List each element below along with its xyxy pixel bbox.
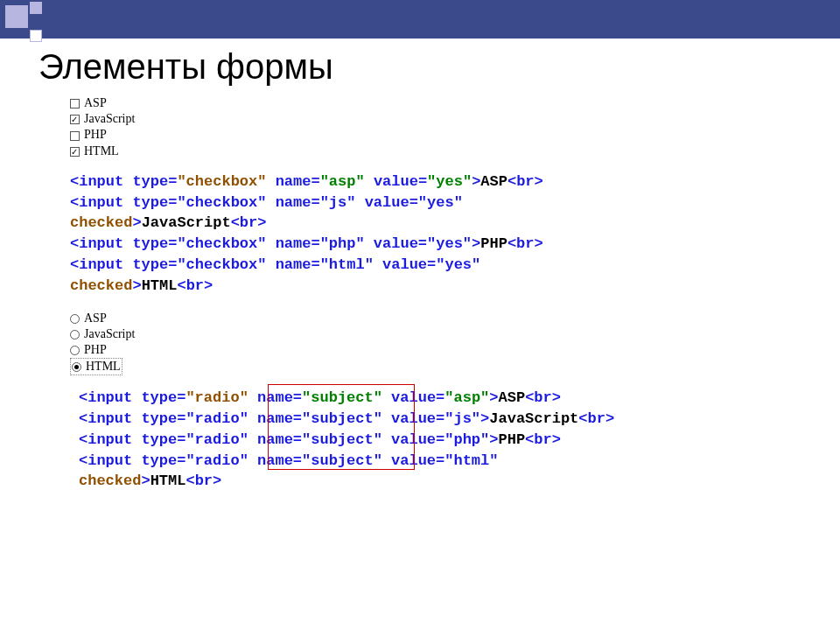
list-item: ASP [70,95,192,111]
list-item: PHP [70,127,192,143]
code-token: "subject" [302,389,382,406]
code-token: JavaScript [489,410,578,427]
code-token: "yes" [427,173,472,190]
list-item: ASP [70,311,192,326]
code-token: name= [248,389,302,406]
top-bar [0,0,840,38]
code-line: <input type="radio" name="subject" value… [79,388,709,409]
decor-square-icon [30,2,42,14]
code-line: <input type="radio" name="subject" value… [79,409,709,430]
radio-icon[interactable] [70,314,80,324]
preview-label: JavaScript [84,327,135,340]
code-token: <input type= [79,389,186,406]
code-token: <input type= [70,173,177,190]
code-token: <br> [525,431,561,448]
list-item: JavaScript [70,326,192,342]
code-block-radio: <input type="radio" name="subject" value… [79,388,709,492]
preview-label: HTML [84,144,119,158]
code-token: checked [70,277,132,294]
code-token: <input type="checkbox" name="js" value="… [70,194,463,211]
page-title: Элементы формы [38,47,840,87]
checkbox-icon[interactable] [70,99,80,108]
code-token: value= [382,389,444,406]
code-line: checked>HTML<br> [79,471,709,492]
preview-label: ASP [84,312,107,325]
code-token: HTML [142,277,178,294]
code-token: <input type="checkbox" name="html" value… [70,256,480,273]
radio-icon[interactable] [70,330,80,340]
code-token: ASP [499,389,526,406]
checkbox-preview: ASP JavaScript PHP HTML [70,95,192,159]
code-token: name= [266,173,319,190]
code-token: <input type="checkbox" name="php" value=… [70,235,480,252]
preview-label: ASP [84,96,107,109]
code-token: > [489,389,498,406]
code-line: checked>HTML<br> [70,276,700,297]
code-line: <input type="checkbox" name="html" value… [70,255,700,276]
preview-label: PHP [84,343,107,356]
code-line: <input type="checkbox" name="js" value="… [70,192,700,214]
code-token: <br> [186,472,221,489]
code-line: <input type="radio" name="subject" value… [79,430,709,451]
list-item: PHP [70,342,192,358]
code-token: > [132,214,141,231]
checkbox-icon[interactable] [70,147,80,157]
list-item: HTML [70,358,192,375]
checkbox-icon[interactable] [70,131,80,141]
preview-label: JavaScript [84,112,135,125]
code-token: PHP [498,431,525,448]
code-line: <input type="radio" name="subject" value… [79,451,709,472]
code-line: <input type="checkbox" name="php" value=… [70,234,700,255]
code-token: <br> [508,235,543,252]
checkbox-icon[interactable] [70,115,80,124]
focus-ring: HTML [70,358,122,375]
code-token: JavaScript [142,214,231,231]
code-token: "radio" [186,389,248,406]
code-block-checkbox: <input type="checkbox" name="asp" value=… [70,172,700,297]
code-token: HTML [150,472,186,489]
code-token: checked [70,214,132,231]
code-token: <br> [231,214,267,231]
code-token: "asp" [320,173,365,190]
code-token: PHP [480,235,508,252]
code-token: > [141,472,150,489]
code-line: <input type="checkbox" name="asp" value=… [70,172,700,192]
code-token: <input type="radio" name="subject" value… [79,410,489,427]
radio-preview: ASP JavaScript PHP HTML [70,311,192,376]
code-line: checked>JavaScript<br> [70,213,700,234]
code-token: <br> [578,410,614,427]
code-token: value= [365,173,427,190]
radio-icon[interactable] [72,362,81,372]
code-token: <br> [525,389,561,406]
code-token: > [472,173,480,190]
decor-square-icon [30,30,42,42]
code-token: checked [79,472,141,489]
code-token: "asp" [444,389,489,406]
preview-label: HTML [86,360,121,373]
list-item: JavaScript [70,111,192,127]
code-token: > [132,277,141,294]
list-item: HTML [70,144,192,159]
code-token: "checkbox" [177,173,266,190]
decor-square-icon [5,5,28,28]
code-token: <input type="radio" name="subject" value… [79,431,498,448]
code-token: ASP [480,173,508,190]
code-token: <br> [508,173,543,190]
radio-icon[interactable] [70,346,80,355]
preview-label: PHP [84,128,107,141]
code-token: <br> [177,277,213,294]
code-token: <input type="radio" name="subject" value… [79,452,498,469]
